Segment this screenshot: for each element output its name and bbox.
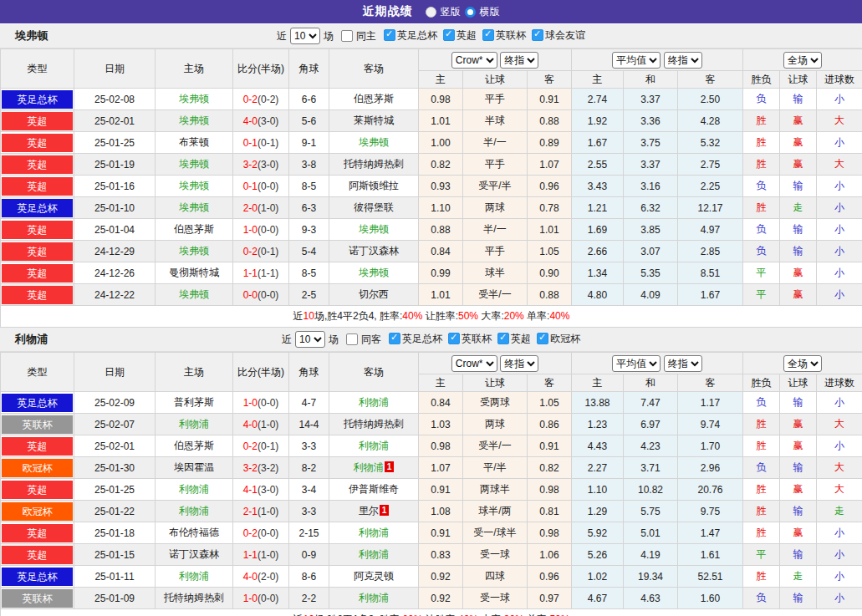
final-index-select[interactable]: 终指 [500, 355, 538, 372]
match-row: 英超25-01-18布伦特福德0-2(0-0)2-15利物浦0.91受一/球半0… [1, 522, 862, 544]
col-asian-home: 主 [419, 374, 463, 392]
section-summary: 近10场,胜4平2负4, 胜率:40% 让胜率:50% 大率:20% 单率:40… [1, 306, 862, 328]
full-time-score: 3-2 [243, 159, 258, 171]
euro-home: 1.02 [572, 566, 624, 588]
result-goals: 大 [817, 479, 862, 501]
match-date: 24-12-22 [74, 284, 156, 306]
home-team-name: 曼彻斯特城 [169, 267, 219, 278]
average-select[interactable]: 平均值 [612, 355, 661, 372]
match-date: 25-01-22 [74, 501, 156, 522]
col-euro-home: 主 [572, 374, 624, 392]
league-checkbox[interactable] [482, 29, 494, 41]
euro-away: 20.76 [678, 479, 743, 501]
result-outcome: 胜 [743, 154, 780, 176]
result-goals: 小 [817, 522, 862, 544]
match-count-select[interactable]: 10 [295, 331, 325, 348]
corners: 5-6 [289, 110, 329, 132]
score: 0-0(0-0) [233, 284, 289, 306]
league-checkbox[interactable] [537, 333, 548, 344]
league-type-cell: 英足总杯 [1, 566, 74, 588]
match-row: 英超25-01-15诺丁汉森林1-1(1-0)0-9利物浦0.83受一球1.06… [1, 544, 862, 566]
match-count-select[interactable]: 10 [290, 28, 320, 44]
score: 1-0(0-0) [233, 392, 289, 414]
col-type: 类型 [1, 49, 74, 89]
half-time-score: (0-1) [258, 246, 278, 257]
half-time-score: (1-1) [258, 267, 278, 279]
result-outcome: 胜 [743, 479, 780, 501]
league-type-cell: 英超 [1, 241, 74, 262]
result-outcome: 负 [743, 588, 780, 609]
euro-draw: 3.07 [624, 241, 678, 262]
handicap-line: 平手 [463, 89, 528, 110]
home-team-name: 布伦特福德 [169, 527, 219, 538]
final-index-select[interactable]: 终指 [664, 355, 702, 372]
result-outcome: 平 [743, 262, 780, 284]
match-date: 24-12-29 [74, 241, 156, 262]
euro-away: 4.97 [678, 219, 743, 241]
horizontal-layout-radio[interactable] [465, 7, 476, 18]
home-team: 托特纳姆热刺 [156, 588, 233, 609]
final-index-select[interactable]: 终指 [500, 52, 538, 69]
col-euro-home: 主 [572, 71, 624, 89]
match-row: 英足总杯25-02-08埃弗顿0-2(0-2)6-6伯恩茅斯0.98平手0.91… [1, 89, 862, 110]
corners: 14-4 [289, 414, 329, 435]
result-goals: 小 [817, 132, 862, 154]
league-badge: 欧冠杯 [2, 459, 73, 477]
result-handicap: 赢 [780, 414, 817, 435]
league-checkbox[interactable] [497, 333, 509, 344]
away-team: 伊普斯维奇 [329, 479, 419, 501]
league-checkbox[interactable] [443, 29, 455, 41]
result-goals: 小 [817, 89, 862, 110]
euro-home: 1.69 [572, 219, 624, 241]
odds-away: 0.98 [528, 479, 572, 501]
result-handicap: 输 [780, 501, 817, 522]
same-venue-checkbox[interactable] [341, 30, 353, 42]
handicap-line: 受平/半 [463, 176, 528, 197]
score: 1-1(1-0) [233, 544, 289, 566]
col-euro-draw: 和 [624, 374, 678, 392]
col-handicap: 让球 [463, 374, 528, 392]
result-group: 全场 [743, 353, 862, 374]
home-team: 埃因霍温 [156, 457, 233, 479]
final-index-select[interactable]: 终指 [664, 52, 702, 69]
bookmaker-select[interactable]: Crow* [451, 52, 497, 69]
league-checkbox[interactable] [389, 333, 400, 344]
home-team: 埃弗顿 [156, 154, 233, 176]
vertical-layout-radio[interactable] [426, 7, 436, 18]
away-team: 利物浦 [329, 435, 419, 457]
euro-away: 2.85 [678, 241, 743, 262]
result-goals: 小 [817, 197, 862, 219]
match-row: 英足总杯25-01-11利物浦4-0(2-0)8-6阿克灵顿0.92四球0.96… [1, 566, 862, 588]
same-venue-label: 同客 [361, 333, 381, 347]
result-handicap: 走 [780, 566, 817, 588]
league-checkbox[interactable] [532, 29, 543, 41]
col-goals-result: 进球数 [817, 71, 862, 89]
euro-home: 4.80 [572, 284, 624, 306]
away-team-name: 埃弗顿 [359, 223, 389, 235]
league-checkbox[interactable] [448, 333, 460, 344]
scope-select[interactable]: 全场 [783, 355, 822, 372]
corners: 0-9 [289, 544, 329, 566]
corners: 3-4 [289, 479, 329, 501]
same-venue-checkbox[interactable] [346, 333, 358, 345]
match-row: 英联杯25-01-09托特纳姆热刺1-0(0-0)2-2利物浦0.92受一球0.… [1, 588, 862, 609]
league-type-cell: 英超 [1, 262, 74, 284]
half-time-score: (0-0) [258, 224, 278, 236]
half-time-score: (1-0) [258, 202, 278, 214]
bookmaker-select[interactable]: Crow* [451, 355, 497, 372]
away-team-name: 莱斯特城 [354, 115, 394, 126]
result-handicap: 输 [780, 176, 817, 197]
away-team: 埃弗顿 [329, 262, 419, 284]
col-away: 客场 [329, 49, 419, 89]
odds-away: 1.01 [528, 219, 572, 241]
away-team-name: 利物浦 [359, 592, 389, 603]
average-select[interactable]: 平均值 [612, 52, 661, 69]
scope-select[interactable]: 全场 [783, 52, 822, 69]
league-checkbox[interactable] [384, 29, 395, 41]
corners: 4-7 [289, 392, 329, 414]
result-outcome: 胜 [743, 132, 780, 154]
result-goals: 大 [817, 457, 862, 479]
score: 1-1(1-1) [233, 262, 289, 284]
match-date: 25-01-30 [74, 457, 156, 479]
away-team: 阿斯顿维拉 [329, 176, 419, 197]
